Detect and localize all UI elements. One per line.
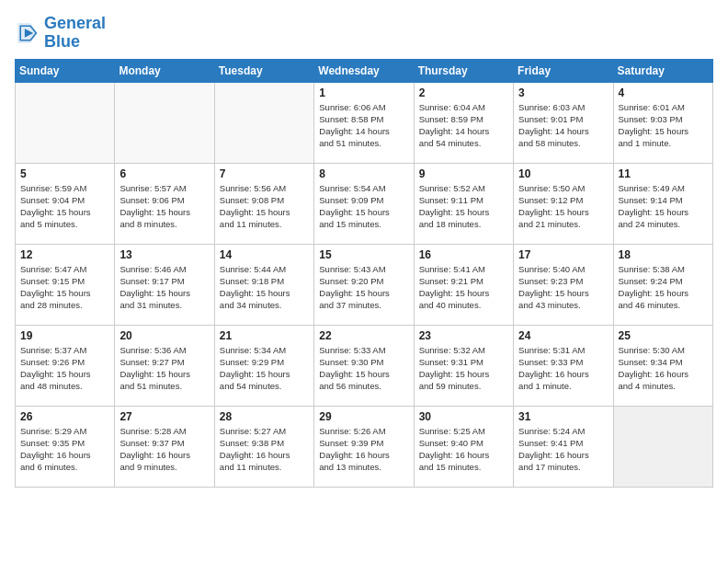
header-row: SundayMondayTuesdayWednesdayThursdayFrid… [16, 59, 713, 82]
day-info: Sunrise: 5:49 AM Sunset: 9:14 PM Dayligh… [619, 182, 708, 231]
day-info: Sunrise: 5:28 AM Sunset: 9:37 PM Dayligh… [119, 425, 209, 474]
day-info: Sunrise: 5:30 AM Sunset: 9:34 PM Dayligh… [619, 344, 708, 393]
header-cell-sunday: Sunday [16, 59, 115, 82]
day-info: Sunrise: 5:44 AM Sunset: 9:18 PM Dayligh… [220, 263, 309, 312]
day-info: Sunrise: 5:50 AM Sunset: 9:12 PM Dayligh… [518, 182, 608, 231]
day-info: Sunrise: 5:24 AM Sunset: 9:41 PM Dayligh… [518, 425, 608, 474]
day-cell: 2Sunrise: 6:04 AM Sunset: 8:59 PM Daylig… [414, 82, 513, 163]
day-number: 31 [518, 410, 608, 423]
header-cell-friday: Friday [514, 59, 613, 82]
day-number: 18 [619, 248, 708, 261]
day-cell: 21Sunrise: 5:34 AM Sunset: 9:29 PM Dayli… [214, 325, 313, 406]
day-number: 21 [220, 329, 309, 342]
day-cell: 13Sunrise: 5:46 AM Sunset: 9:17 PM Dayli… [115, 244, 214, 325]
day-cell: 30Sunrise: 5:25 AM Sunset: 9:40 PM Dayli… [414, 406, 513, 487]
day-info: Sunrise: 5:29 AM Sunset: 9:35 PM Dayligh… [20, 425, 109, 474]
day-cell: 18Sunrise: 5:38 AM Sunset: 9:24 PM Dayli… [613, 244, 712, 325]
day-cell: 28Sunrise: 5:27 AM Sunset: 9:38 PM Dayli… [214, 406, 313, 487]
day-number: 15 [319, 248, 408, 261]
logo-text-line2: Blue [44, 33, 106, 52]
day-number: 3 [518, 86, 608, 99]
day-cell: 22Sunrise: 5:33 AM Sunset: 9:30 PM Dayli… [314, 325, 414, 406]
day-info: Sunrise: 5:33 AM Sunset: 9:30 PM Dayligh… [319, 344, 408, 393]
day-cell: 3Sunrise: 6:03 AM Sunset: 9:01 PM Daylig… [514, 82, 613, 163]
day-info: Sunrise: 5:26 AM Sunset: 9:39 PM Dayligh… [319, 425, 408, 474]
header-cell-wednesday: Wednesday [314, 59, 414, 82]
day-number: 4 [619, 86, 708, 99]
header-cell-saturday: Saturday [613, 59, 712, 82]
day-cell: 5Sunrise: 5:59 AM Sunset: 9:04 PM Daylig… [16, 163, 115, 244]
day-number: 30 [419, 410, 508, 423]
day-info: Sunrise: 5:40 AM Sunset: 9:23 PM Dayligh… [518, 263, 608, 312]
day-number: 28 [220, 410, 309, 423]
calendar-table: SundayMondayTuesdayWednesdayThursdayFrid… [15, 59, 713, 488]
day-number: 24 [518, 329, 608, 342]
day-cell: 23Sunrise: 5:32 AM Sunset: 9:31 PM Dayli… [414, 325, 513, 406]
week-row-4: 19Sunrise: 5:37 AM Sunset: 9:26 PM Dayli… [16, 325, 713, 406]
day-info: Sunrise: 5:41 AM Sunset: 9:21 PM Dayligh… [419, 263, 508, 312]
day-info: Sunrise: 5:59 AM Sunset: 9:04 PM Dayligh… [20, 182, 109, 231]
day-number: 23 [419, 329, 508, 342]
day-info: Sunrise: 5:57 AM Sunset: 9:06 PM Dayligh… [119, 182, 209, 231]
day-info: Sunrise: 6:01 AM Sunset: 9:03 PM Dayligh… [619, 101, 708, 150]
logo-text-line1: General [44, 15, 106, 33]
day-cell: 27Sunrise: 5:28 AM Sunset: 9:37 PM Dayli… [115, 406, 214, 487]
day-info: Sunrise: 5:31 AM Sunset: 9:33 PM Dayligh… [518, 344, 608, 393]
day-info: Sunrise: 5:27 AM Sunset: 9:38 PM Dayligh… [220, 425, 309, 474]
day-cell [115, 82, 214, 163]
day-cell: 14Sunrise: 5:44 AM Sunset: 9:18 PM Dayli… [214, 244, 313, 325]
day-number: 13 [119, 248, 209, 261]
day-number: 14 [220, 248, 309, 261]
day-number: 7 [220, 167, 309, 180]
day-number: 5 [20, 167, 109, 180]
day-number: 25 [619, 329, 708, 342]
day-number: 2 [419, 86, 508, 99]
header-cell-tuesday: Tuesday [214, 59, 313, 82]
day-number: 19 [20, 329, 109, 342]
calendar-body: 1Sunrise: 6:06 AM Sunset: 8:58 PM Daylig… [16, 82, 713, 487]
day-cell: 19Sunrise: 5:37 AM Sunset: 9:26 PM Dayli… [16, 325, 115, 406]
day-cell [613, 406, 712, 487]
day-cell: 26Sunrise: 5:29 AM Sunset: 9:35 PM Dayli… [16, 406, 115, 487]
page-header: General Blue [15, 15, 713, 52]
day-cell: 8Sunrise: 5:54 AM Sunset: 9:09 PM Daylig… [314, 163, 414, 244]
day-cell: 4Sunrise: 6:01 AM Sunset: 9:03 PM Daylig… [613, 82, 712, 163]
day-cell: 25Sunrise: 5:30 AM Sunset: 9:34 PM Dayli… [613, 325, 712, 406]
day-cell: 9Sunrise: 5:52 AM Sunset: 9:11 PM Daylig… [414, 163, 513, 244]
week-row-1: 1Sunrise: 6:06 AM Sunset: 8:58 PM Daylig… [16, 82, 713, 163]
week-row-5: 26Sunrise: 5:29 AM Sunset: 9:35 PM Dayli… [16, 406, 713, 487]
day-info: Sunrise: 6:04 AM Sunset: 8:59 PM Dayligh… [419, 101, 508, 150]
logo-icon [15, 20, 40, 46]
day-number: 26 [20, 410, 109, 423]
day-info: Sunrise: 5:25 AM Sunset: 9:40 PM Dayligh… [419, 425, 508, 474]
day-number: 29 [319, 410, 408, 423]
day-cell: 24Sunrise: 5:31 AM Sunset: 9:33 PM Dayli… [514, 325, 613, 406]
day-info: Sunrise: 6:06 AM Sunset: 8:58 PM Dayligh… [319, 101, 408, 150]
day-info: Sunrise: 5:56 AM Sunset: 9:08 PM Dayligh… [220, 182, 309, 231]
day-cell: 10Sunrise: 5:50 AM Sunset: 9:12 PM Dayli… [514, 163, 613, 244]
day-number: 9 [419, 167, 508, 180]
day-cell: 17Sunrise: 5:40 AM Sunset: 9:23 PM Dayli… [514, 244, 613, 325]
day-cell [214, 82, 313, 163]
day-info: Sunrise: 5:52 AM Sunset: 9:11 PM Dayligh… [419, 182, 508, 231]
day-cell: 7Sunrise: 5:56 AM Sunset: 9:08 PM Daylig… [214, 163, 313, 244]
day-cell: 31Sunrise: 5:24 AM Sunset: 9:41 PM Dayli… [514, 406, 613, 487]
day-info: Sunrise: 5:43 AM Sunset: 9:20 PM Dayligh… [319, 263, 408, 312]
day-info: Sunrise: 5:34 AM Sunset: 9:29 PM Dayligh… [220, 344, 309, 393]
day-cell: 12Sunrise: 5:47 AM Sunset: 9:15 PM Dayli… [16, 244, 115, 325]
day-cell: 1Sunrise: 6:06 AM Sunset: 8:58 PM Daylig… [314, 82, 414, 163]
day-number: 17 [518, 248, 608, 261]
day-cell: 11Sunrise: 5:49 AM Sunset: 9:14 PM Dayli… [613, 163, 712, 244]
day-info: Sunrise: 6:03 AM Sunset: 9:01 PM Dayligh… [518, 101, 608, 150]
day-info: Sunrise: 5:32 AM Sunset: 9:31 PM Dayligh… [419, 344, 508, 393]
day-cell: 15Sunrise: 5:43 AM Sunset: 9:20 PM Dayli… [314, 244, 414, 325]
day-info: Sunrise: 5:36 AM Sunset: 9:27 PM Dayligh… [119, 344, 209, 393]
day-number: 8 [319, 167, 408, 180]
logo: General Blue [15, 15, 106, 52]
day-info: Sunrise: 5:47 AM Sunset: 9:15 PM Dayligh… [20, 263, 109, 312]
day-cell: 20Sunrise: 5:36 AM Sunset: 9:27 PM Dayli… [115, 325, 214, 406]
week-row-3: 12Sunrise: 5:47 AM Sunset: 9:15 PM Dayli… [16, 244, 713, 325]
day-number: 1 [319, 86, 408, 99]
day-number: 10 [518, 167, 608, 180]
day-number: 22 [319, 329, 408, 342]
